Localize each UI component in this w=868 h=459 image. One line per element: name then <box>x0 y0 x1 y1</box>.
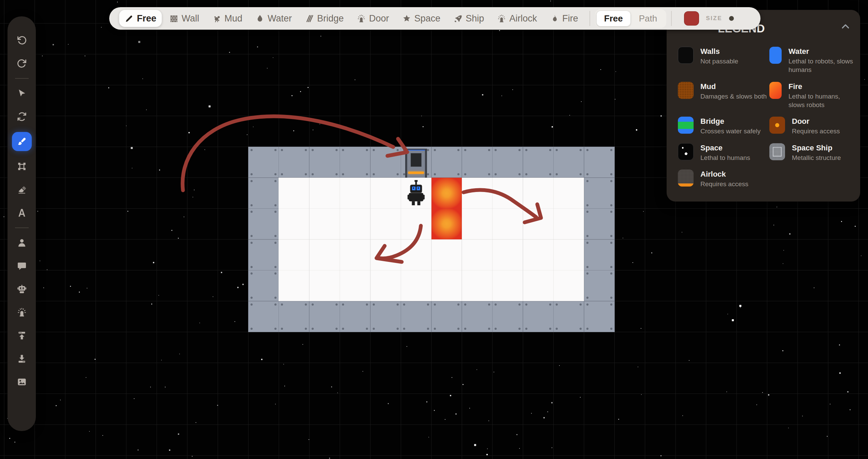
star <box>151 303 152 305</box>
door-indicator-light <box>407 150 425 151</box>
star <box>789 233 791 235</box>
star <box>171 230 172 231</box>
legend-item-desc: Crosses water safely <box>700 127 760 135</box>
legend-item-desc: Lethal to robots, slows humans <box>788 57 855 74</box>
tool-label: Ship <box>466 13 484 24</box>
door-sprite <box>405 149 427 178</box>
tile-floor <box>279 270 309 301</box>
sidebar-select-button[interactable] <box>14 86 30 101</box>
star <box>302 344 303 345</box>
sidebar-eraser-button[interactable] <box>14 182 30 197</box>
sidebar-person-button[interactable] <box>14 235 30 251</box>
mode-option-free[interactable]: Free <box>597 11 630 26</box>
tool-space[interactable]: Space <box>397 10 446 27</box>
tool-bridge[interactable]: Bridge <box>299 10 349 27</box>
arch-door-icon <box>357 14 366 23</box>
sidebar-airlock-door-button[interactable] <box>14 305 30 320</box>
star <box>768 394 769 396</box>
brush-size-dot[interactable] <box>729 16 734 21</box>
legend-item-desc: Requires access <box>792 127 840 135</box>
star <box>839 344 840 345</box>
tool-fire[interactable]: Fire <box>544 10 584 27</box>
tool-wall[interactable]: Wall <box>164 10 205 27</box>
tile-wall <box>523 147 554 178</box>
tile-floor <box>309 239 340 270</box>
star <box>234 321 235 322</box>
sidebar-chat-button[interactable] <box>14 258 30 274</box>
tile-floor <box>431 270 462 301</box>
star <box>126 125 127 126</box>
tool-label: Bridge <box>317 13 344 24</box>
sidebar-transform-button[interactable] <box>14 159 30 174</box>
star <box>142 78 143 79</box>
legend-item-airlock: AirlockRequires access <box>678 169 769 188</box>
sidebar-undo-button[interactable] <box>14 32 30 48</box>
sidebar-text-button[interactable] <box>14 205 30 221</box>
tile-wall <box>279 301 309 332</box>
star <box>242 284 244 285</box>
star <box>641 394 642 395</box>
sidebar-robot-button[interactable] <box>14 281 30 297</box>
door-access-bar <box>408 172 424 174</box>
star <box>308 87 309 88</box>
airlock-door-icon <box>17 307 27 317</box>
tile-floor <box>401 208 431 239</box>
legend-item-mud: MudDamages & slows both <box>678 82 769 109</box>
star <box>488 420 489 421</box>
tile-wall <box>462 301 493 332</box>
sidebar-download-button[interactable] <box>14 351 30 367</box>
tile-floor <box>370 239 401 270</box>
brush-color-swatch[interactable] <box>684 11 699 26</box>
sidebar-upload-button[interactable] <box>14 328 30 343</box>
draw-mode-toggle: FreePath <box>595 9 666 28</box>
star <box>204 149 205 150</box>
star <box>641 328 641 329</box>
legend-item-name: Fire <box>788 82 855 91</box>
tool-airlock[interactable]: Airlock <box>492 10 542 27</box>
tile-wall <box>431 147 462 178</box>
tile-floor <box>462 208 493 239</box>
star <box>165 387 166 387</box>
tile-toolbar: FreeWallMudWaterBridgeDoorSpaceShipAirlo… <box>109 7 760 30</box>
star <box>552 447 552 448</box>
star <box>86 377 86 378</box>
ship-map-canvas[interactable] <box>248 147 614 332</box>
legend-item-desc: Not passable <box>700 57 738 65</box>
tool-free[interactable]: Free <box>119 10 162 27</box>
legend-item-name: Space Ship <box>792 144 841 152</box>
tile-floor <box>553 178 584 209</box>
tile-floor <box>309 208 340 239</box>
tile-floor <box>401 239 431 270</box>
sidebar-replace-button[interactable] <box>14 109 30 124</box>
chevron-up-icon[interactable] <box>840 21 851 32</box>
legend-item-desc: Damages & slows both <box>700 92 767 101</box>
tool-mud[interactable]: Mud <box>207 10 248 27</box>
star <box>40 261 40 261</box>
sidebar-brush-button[interactable] <box>12 132 32 151</box>
tile-wall <box>309 147 340 178</box>
tile-floor <box>553 270 584 301</box>
star <box>146 109 147 110</box>
star <box>159 169 160 171</box>
tool-door[interactable]: Door <box>351 10 395 27</box>
star <box>300 91 301 92</box>
tool-ship[interactable]: Ship <box>448 10 489 27</box>
star <box>79 292 80 293</box>
sidebar-redo-button[interactable] <box>14 56 30 71</box>
star <box>551 402 553 403</box>
tool-water[interactable]: Water <box>250 10 297 27</box>
star <box>632 262 633 263</box>
legend-swatch-bridge <box>678 117 694 134</box>
star <box>512 89 513 90</box>
legend-item-bridge: BridgeCrosses water safely <box>678 117 769 135</box>
star <box>559 365 560 366</box>
tile-wall <box>492 301 523 332</box>
star <box>89 431 90 432</box>
sidebar-image-button[interactable] <box>14 374 30 390</box>
star <box>47 269 47 270</box>
tile-floor <box>340 178 370 209</box>
star <box>469 408 470 409</box>
star <box>864 79 865 80</box>
mode-option-path[interactable]: Path <box>631 11 665 26</box>
star <box>581 101 582 102</box>
